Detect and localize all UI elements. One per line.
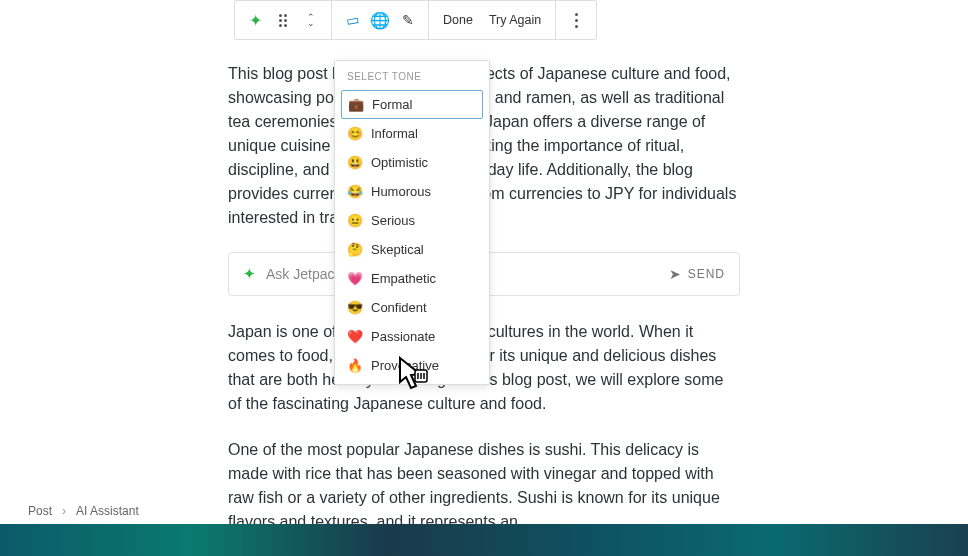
breadcrumb: Post › AI Assistant (28, 504, 139, 518)
fire-icon: 🔥 (347, 358, 363, 373)
done-button[interactable]: Done (435, 6, 481, 34)
footer-gradient (0, 524, 968, 556)
tone-label: Confident (371, 300, 427, 315)
tone-label: Informal (371, 126, 418, 141)
tone-dropdown: SELECT TONE 💼 Formal 😊 Informal 😃 Optimi… (334, 60, 490, 385)
thinking-icon: 🤔 (347, 242, 363, 257)
tone-label: Provocative (371, 358, 439, 373)
tone-option-confident[interactable]: 😎 Confident (335, 293, 489, 322)
tone-label: Serious (371, 213, 415, 228)
dropdown-header: SELECT TONE (335, 61, 489, 90)
grin-icon: 😃 (347, 155, 363, 170)
sparkle-icon: ✦ (249, 11, 262, 30)
tone-label: Optimistic (371, 155, 428, 170)
smile-icon: 😊 (347, 126, 363, 141)
tone-option-formal[interactable]: 💼 Formal (341, 90, 483, 119)
more-vertical-icon (575, 13, 578, 28)
heart-icon: 💗 (347, 271, 363, 286)
tone-option-empathetic[interactable]: 💗 Empathetic (335, 264, 489, 293)
send-icon: ➤ (669, 266, 682, 282)
chevron-right-icon: › (62, 504, 66, 518)
tone-option-informal[interactable]: 😊 Informal (335, 119, 489, 148)
content-paragraph-3: One of the most popular Japanese dishes … (228, 438, 740, 534)
ai-block-icon[interactable]: ✦ (241, 6, 269, 34)
language-button[interactable]: 🌐 (366, 6, 394, 34)
tone-label: Skeptical (371, 242, 424, 257)
send-label: SEND (688, 267, 725, 281)
tone-option-provocative[interactable]: 🔥 Provocative (335, 351, 489, 380)
move-updown[interactable]: ⌃⌄ (297, 6, 325, 34)
send-button[interactable]: ➤ SEND (669, 266, 725, 282)
edit-button[interactable]: ✎ (394, 6, 422, 34)
chat-icon: ▭ (344, 11, 360, 29)
chat-button[interactable]: ▭ (338, 6, 366, 34)
tone-label: Humorous (371, 184, 431, 199)
tone-option-humorous[interactable]: 😂 Humorous (335, 177, 489, 206)
breadcrumb-root[interactable]: Post (28, 504, 52, 518)
sparkle-icon: ✦ (243, 265, 256, 283)
tone-label: Passionate (371, 329, 435, 344)
briefcase-icon: 💼 (348, 97, 364, 112)
block-toolbar: ✦ ⌃⌄ ▭ 🌐 ✎ Done Try Again (234, 0, 597, 40)
cool-icon: 😎 (347, 300, 363, 315)
chevron-updown-icon: ⌃⌄ (307, 14, 315, 26)
tone-option-skeptical[interactable]: 🤔 Skeptical (335, 235, 489, 264)
neutral-icon: 😐 (347, 213, 363, 228)
globe-icon: 🌐 (370, 11, 390, 30)
drag-dots-icon (279, 14, 287, 27)
more-options-button[interactable] (562, 6, 590, 34)
tone-label: Formal (372, 97, 412, 112)
drag-handle[interactable] (269, 6, 297, 34)
red-heart-icon: ❤️ (347, 329, 363, 344)
tone-option-passionate[interactable]: ❤️ Passionate (335, 322, 489, 351)
pencil-icon: ✎ (402, 12, 414, 28)
tone-label: Empathetic (371, 271, 436, 286)
tone-option-optimistic[interactable]: 😃 Optimistic (335, 148, 489, 177)
try-again-button[interactable]: Try Again (481, 6, 549, 34)
breadcrumb-current: AI Assistant (76, 504, 139, 518)
laugh-icon: 😂 (347, 184, 363, 199)
tone-option-serious[interactable]: 😐 Serious (335, 206, 489, 235)
